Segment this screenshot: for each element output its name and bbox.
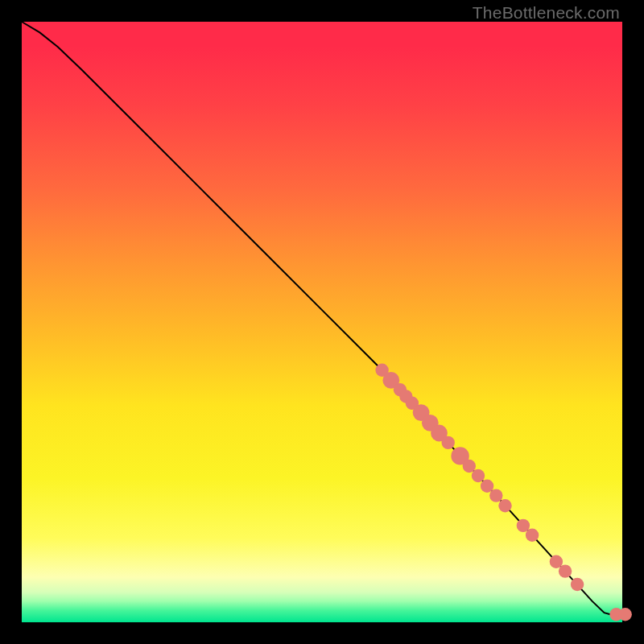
attribution-label: TheBottleneck.com (473, 3, 620, 23)
chart-overlay (22, 22, 622, 622)
data-point (571, 578, 584, 591)
data-point (517, 519, 530, 532)
data-point (526, 529, 539, 542)
data-point (498, 499, 511, 512)
data-point (489, 489, 502, 502)
data-point (472, 469, 485, 482)
data-point (619, 608, 632, 621)
data-point (442, 436, 455, 449)
data-point (559, 564, 572, 577)
bottleneck-curve (22, 22, 622, 614)
chart-canvas: TheBottleneck.com (0, 0, 644, 644)
data-point (463, 460, 476, 473)
scatter-group (375, 364, 632, 621)
data-point (481, 480, 493, 493)
data-point (550, 555, 563, 568)
